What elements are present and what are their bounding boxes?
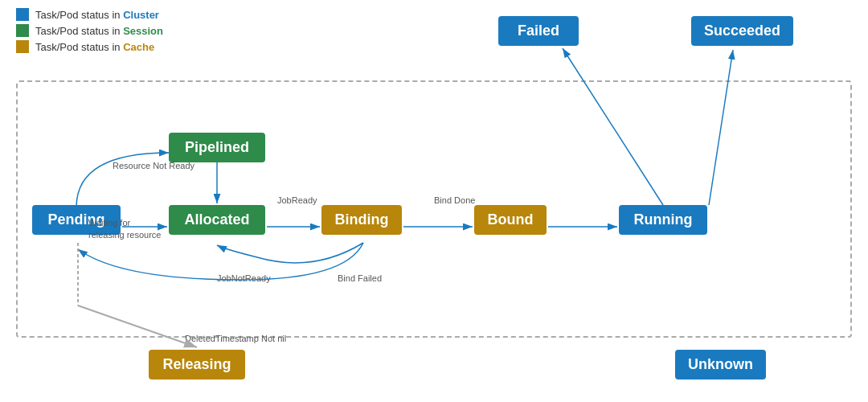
label-bind-done: Bind Done — [434, 195, 475, 205]
node-succeeded: Succeeded — [691, 16, 793, 46]
label-job-not-ready: JobNotReady — [217, 273, 271, 283]
label-resource-not-ready: Resource Not Ready — [113, 161, 194, 170]
label-job-ready: JobReady — [277, 195, 317, 205]
session-highlight: Session — [123, 25, 163, 37]
cache-color-box — [16, 40, 29, 53]
node-failed: Failed — [498, 16, 579, 46]
node-releasing: Releasing — [149, 350, 245, 379]
legend: Task/Pod status in Cluster Task/Pod stat… — [16, 8, 163, 53]
node-running: Running — [619, 205, 707, 235]
node-pipelined: Pipelined — [169, 133, 265, 162]
legend-cluster-text: Task/Pod status in Cluster — [35, 9, 159, 21]
cache-highlight: Cache — [123, 41, 154, 53]
node-binding: Binding — [321, 205, 402, 235]
label-bind-failed: Bind Failed — [338, 273, 382, 283]
label-waiting-releasing: Waiting forreleasing resource — [88, 217, 162, 242]
node-allocated: Allocated — [169, 205, 265, 235]
legend-cache: Task/Pod status in Cache — [16, 40, 163, 53]
legend-session-text: Task/Pod status in Session — [35, 25, 163, 37]
legend-cluster: Task/Pod status in Cluster — [16, 8, 163, 21]
session-color-box — [16, 24, 29, 37]
node-unknown: Unknown — [675, 350, 766, 379]
main-diagram-box — [16, 80, 852, 338]
legend-cache-text: Task/Pod status in Cache — [35, 41, 154, 53]
node-bound: Bound — [474, 205, 547, 235]
cluster-color-box — [16, 8, 29, 21]
legend-session: Task/Pod status in Session — [16, 24, 163, 37]
cluster-highlight: Cluster — [123, 9, 159, 21]
label-deleted-timestamp: DeletedTimestamp Not nil — [185, 334, 286, 343]
